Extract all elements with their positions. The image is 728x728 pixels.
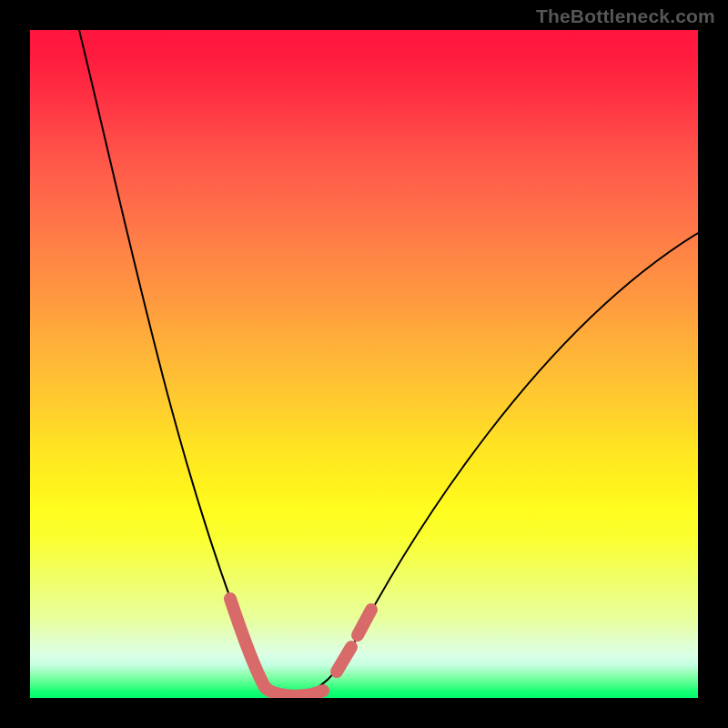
- chart-frame: TheBottleneck.com: [0, 0, 728, 728]
- chart-svg: [30, 30, 698, 698]
- bottleneck-curve: [79, 30, 698, 697]
- watermark-text: TheBottleneck.com: [536, 5, 715, 27]
- highlight-right-lower: [337, 647, 351, 672]
- highlight-left: [230, 599, 265, 687]
- highlight-bottom: [265, 687, 323, 696]
- plot-area: [30, 30, 698, 698]
- highlight-right-upper: [358, 610, 371, 635]
